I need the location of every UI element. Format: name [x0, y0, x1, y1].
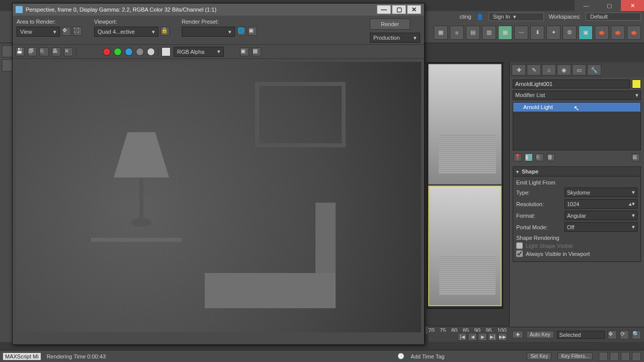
delete-icon[interactable]: ✕ [64, 47, 73, 56]
viewport-perspective[interactable] [428, 186, 502, 306]
rollout-shape-header[interactable]: ▾ Shape [513, 166, 641, 176]
tab-modify[interactable]: ✎ [527, 64, 541, 75]
lighting-menu-cut[interactable]: cting [459, 14, 471, 20]
ribbon-tool-4[interactable]: ▥ [482, 26, 496, 40]
channel-blue-toggle[interactable] [125, 48, 133, 56]
nav-tool-1[interactable] [599, 352, 608, 361]
key-filters-button[interactable]: Key Filters... [557, 352, 593, 360]
ribbon-tool-2[interactable]: ≡ [450, 26, 464, 40]
render-preset-label: Render Preset: [182, 19, 257, 25]
type-select[interactable]: Skydome▾ [565, 188, 637, 197]
render-frame-icon[interactable]: ▣ [579, 26, 593, 40]
configure-sets-icon[interactable]: ⊞ [632, 153, 640, 161]
play-button[interactable]: ▶ [478, 333, 487, 341]
render-close-button[interactable]: ✕ [407, 5, 421, 14]
viewport-area[interactable] [427, 62, 503, 309]
area-value: View [20, 29, 32, 35]
ribbon-tool-8[interactable]: ✦ [546, 26, 560, 40]
key-target-select[interactable]: Selected [557, 331, 605, 339]
ribbon-tool-5[interactable]: ▦ [498, 26, 512, 40]
remove-modifier-icon[interactable]: 🗑 [547, 153, 555, 161]
teapot-icon-1[interactable]: 🫖 [595, 26, 609, 40]
resolution-spinner[interactable]: 1024▴▾ [565, 199, 637, 209]
parent-maximize-button[interactable]: ▢ [598, 0, 621, 11]
channel-alpha-toggle[interactable] [136, 48, 144, 56]
ribbon-tool-7[interactable]: ⬇ [530, 26, 544, 40]
ribbon-tool-3[interactable]: ▤ [466, 26, 480, 40]
goto-end-button[interactable]: ▶▶ [498, 333, 507, 341]
tab-utilities[interactable]: 🔧 [587, 64, 601, 75]
sign-in-label: Sign In [493, 14, 510, 20]
portal-mode-select[interactable]: Off▾ [565, 222, 637, 232]
channel-mono-toggle[interactable] [147, 48, 155, 56]
bg-color-swatch[interactable] [162, 47, 171, 56]
prev-frame-button[interactable]: ◀ [468, 333, 477, 341]
toggle-overlay-icon[interactable]: ▦ [252, 47, 261, 56]
modifier-arnold-light[interactable]: Arnold Light [513, 103, 640, 112]
teapot-icon-2[interactable]: 🫖 [611, 26, 625, 40]
tab-hierarchy[interactable]: ⌂ [542, 64, 556, 75]
ribbon-tool-6[interactable]: 〰 [514, 26, 528, 40]
area-to-render-select[interactable]: View▾ [17, 27, 60, 37]
modifier-list-dropdown[interactable]: Modifier List▾ [513, 90, 641, 100]
rendering-time-label: Rendering Time 0:00:43 [47, 353, 106, 359]
channel-red-toggle[interactable] [103, 48, 111, 56]
modifier-stack[interactable]: Arnold Light ↖ [513, 102, 641, 150]
area-auto-region-icon[interactable]: ⛶ [73, 27, 82, 36]
copy-image-icon[interactable]: 🗐 [28, 47, 37, 56]
user-icon: 👤 [476, 14, 484, 20]
render-maximize-button[interactable]: ▢ [392, 5, 406, 14]
format-select[interactable]: Angular▾ [565, 211, 637, 220]
nav-tool-3[interactable] [621, 352, 630, 361]
scene-lamp [106, 132, 177, 243]
show-end-result-icon[interactable]: ▮ [525, 153, 533, 161]
viewport-lock-icon[interactable]: 🔒 [160, 27, 170, 36]
render-window-titlebar[interactable]: Perspective, frame 0, Display Gamma: 2.2… [13, 4, 424, 16]
nav-tool-4[interactable] [632, 352, 641, 361]
teapot-icon-3[interactable]: 🫖 [627, 26, 641, 40]
channel-display-select[interactable]: RGB Alpha▾ [174, 47, 224, 57]
toggle-ui-icon[interactable]: ▣ [240, 47, 249, 56]
clone-icon[interactable]: ⎘ [40, 47, 49, 56]
nav-pan-icon[interactable]: ✥ [608, 330, 617, 339]
autokey-button[interactable]: Auto Key [526, 331, 554, 338]
next-frame-button[interactable]: ▶| [488, 333, 497, 341]
render-mode-value: Production [373, 35, 400, 41]
tab-motion[interactable]: ◉ [557, 64, 571, 75]
viewport-top[interactable] [428, 64, 502, 185]
preset-env-icon[interactable]: 🌐 [237, 27, 246, 36]
render-button[interactable]: Render [370, 19, 410, 30]
always-visible-checkbox[interactable] [516, 250, 523, 257]
setkey-button[interactable]: Set Key [527, 352, 551, 360]
parent-minimize-button[interactable]: — [575, 0, 598, 11]
render-output-canvas[interactable] [16, 62, 421, 332]
render-mode-select[interactable]: Production▾ [370, 33, 420, 43]
nav-orbit-icon[interactable]: ⟳ [620, 330, 629, 339]
make-unique-icon[interactable]: ⎘ [536, 153, 544, 161]
nav-tool-2[interactable] [610, 352, 619, 361]
add-time-tag[interactable]: Add Time Tag [411, 353, 444, 359]
save-image-icon[interactable]: 💾 [16, 47, 25, 56]
channel-green-toggle[interactable] [114, 48, 122, 56]
area-edit-icon[interactable]: ✥ [62, 27, 71, 36]
workspace-selector[interactable]: Default [586, 13, 641, 21]
object-color-swatch[interactable] [632, 79, 641, 88]
tab-create[interactable]: ✚ [512, 64, 526, 75]
preset-edit-icon[interactable]: ▣ [248, 27, 257, 36]
area-to-render-label: Area to Render: [17, 19, 82, 25]
object-name-field[interactable] [513, 79, 630, 88]
render-preset-select[interactable]: ▾ [182, 27, 235, 37]
tab-display[interactable]: ▭ [572, 64, 586, 75]
pin-stack-icon[interactable]: 📍 [514, 153, 522, 161]
ribbon-tool-1[interactable]: ▦ [434, 26, 448, 40]
print-icon[interactable]: 🖶 [52, 47, 61, 56]
sign-in-dropdown[interactable]: Sign In▾ [489, 13, 544, 21]
maxscript-listener[interactable]: MAXScript Mi [3, 353, 41, 360]
nav-zoom-icon[interactable]: 🔍 [632, 330, 641, 339]
render-setup-icon[interactable]: ⚙ [562, 26, 577, 40]
render-minimize-button[interactable]: — [377, 5, 391, 14]
goto-start-button[interactable]: |◀ [458, 333, 467, 341]
add-key-button[interactable]: ✚ [512, 331, 523, 338]
viewport-select[interactable]: Quad 4...ective▾ [94, 27, 158, 37]
parent-close-button[interactable]: ✕ [621, 0, 644, 11]
